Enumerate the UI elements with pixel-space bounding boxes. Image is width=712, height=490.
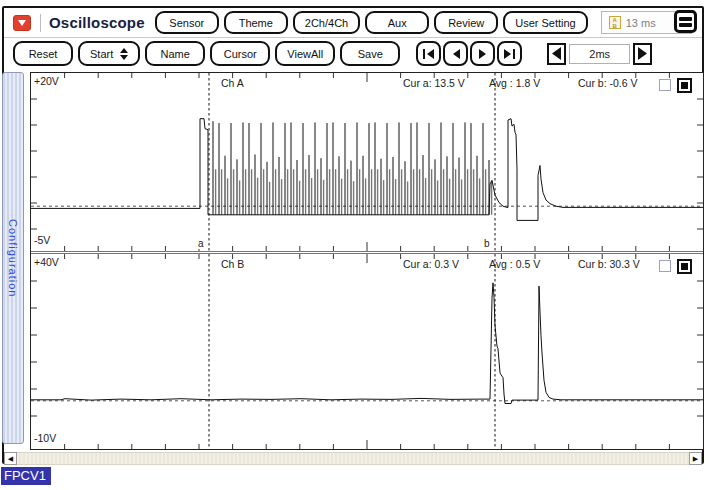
scroll-left-button[interactable]: ◀ [4,452,17,465]
playback-controls [416,41,522,66]
reset-button[interactable]: Reset [13,41,73,66]
step-forward-icon [477,48,489,60]
channel-a-checkbox[interactable] [659,79,671,91]
channel-a-pane: +20V -5V Ch A Cur a: 13.5 V Avg : 1.8 V … [31,73,703,251]
channel-b-cursor-b-readout: Cur b: 30.3 V [578,258,640,270]
app-title: Oscilloscope [49,14,145,31]
sidebar-label: Configuration [7,219,19,297]
name-button[interactable]: Name [145,41,205,66]
channel-b-checkbox[interactable] [659,260,671,272]
scroll-right-button[interactable]: ▶ [689,452,702,465]
configuration-sidebar-tab[interactable]: Configuration [2,72,24,444]
app-menu-button[interactable] [13,15,31,31]
review-button[interactable]: Review [434,11,498,34]
channel-a-cursor-a-readout: Cur a: 13.5 V [403,77,465,89]
user-setting-button[interactable]: User Setting [503,11,588,34]
skip-start-button[interactable] [416,41,441,66]
channel-b-vmin-label: -10V [34,432,56,444]
channel-a-vmax-label: +20V [34,75,59,87]
sensor-button[interactable]: Sensor [155,11,219,34]
theme-button[interactable]: Theme [224,11,288,34]
channel-b-vmax-label: +40V [34,256,59,268]
step-back-icon [450,48,462,60]
waveform-plot-area: +20V -5V Ch A Cur a: 13.5 V Avg : 1.8 V … [30,72,704,450]
channel-a-avg-readout: Avg : 1.8 V [489,77,540,89]
cursor-b-label: b [483,238,491,249]
title-toolbar: Oscilloscope Sensor Theme 2Ch/4Ch Aux Re… [4,8,702,37]
oscilloscope-app: Oscilloscope Sensor Theme 2Ch/4Ch Aux Re… [0,0,712,490]
delta-time-value: 13 ms [626,17,656,29]
divider [40,14,41,32]
channel-b-color-swatch[interactable] [677,259,692,274]
file-name-badge: FPCV1 [1,467,51,485]
channel-a-waveform [31,73,703,251]
channel-a-cursor-b-readout: Cur b: -0.6 V [578,77,638,89]
menu-icon[interactable] [674,10,697,33]
channel-b-waveform [31,254,703,449]
main-toolbar: Reset Start Name Cursor ViewAll Save [4,38,702,69]
channel-b-pane: +40V -10V Ch B Cur a: 0.3 V Avg : 0.5 V … [31,254,703,449]
aux-button[interactable]: Aux [365,11,429,34]
start-spinner-button[interactable]: Start [78,41,140,66]
step-forward-button[interactable] [470,41,495,66]
left-arrow-icon [550,46,563,61]
channel-b-avg-readout: Avg : 0.5 V [489,258,540,270]
timebase-next-button[interactable] [633,43,652,65]
timebase-prev-button[interactable] [547,43,566,65]
dropdown-arrow-icon [17,19,27,27]
ab-delta-icon: A B [609,16,621,29]
scrollbar-track[interactable] [17,452,689,465]
skip-start-icon [422,48,435,60]
cursor-button[interactable]: Cursor [210,41,270,66]
cursor-a-label: a [197,238,205,249]
skip-end-icon [503,48,516,60]
viewall-button[interactable]: ViewAll [275,41,335,66]
app-window: Oscilloscope Sensor Theme 2Ch/4Ch Aux Re… [2,6,704,464]
step-back-button[interactable] [443,41,468,66]
horizontal-scrollbar[interactable]: ◀ ▶ [4,452,702,465]
channel-a-label: Ch A [221,77,244,89]
timebase-value: 2ms [569,44,630,64]
save-button[interactable]: Save [340,41,400,66]
channel-a-color-swatch[interactable] [677,78,692,93]
timebase-control: 2ms [547,43,652,65]
channel-b-label: Ch B [221,258,244,270]
spinner-arrows-icon [120,48,128,60]
channel-mode-button[interactable]: 2Ch/4Ch [293,11,360,34]
skip-end-button[interactable] [497,41,522,66]
channel-b-cursor-a-readout: Cur a: 0.3 V [403,258,459,270]
channel-a-vmin-label: -5V [34,234,50,246]
right-arrow-icon [636,46,649,61]
